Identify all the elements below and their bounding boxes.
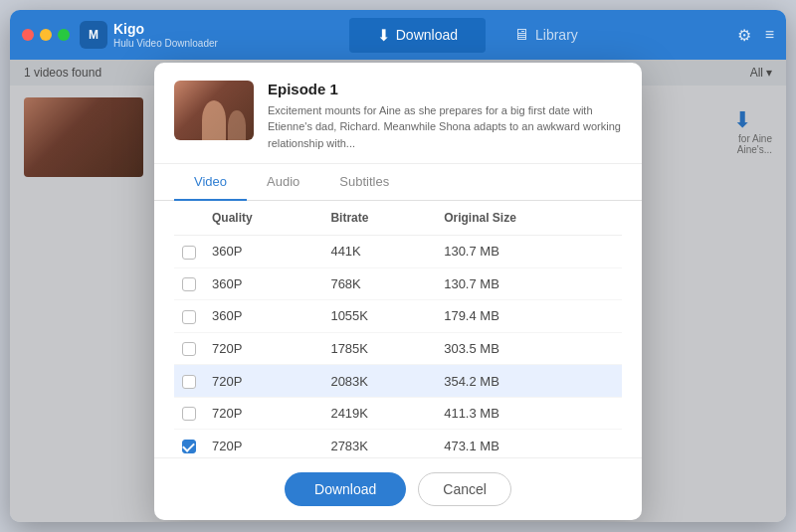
thumb-figure-2: [228, 110, 246, 140]
tab-library[interactable]: 🖥 Library: [486, 18, 606, 53]
table-row: 720P2783K473.1 MB: [174, 430, 622, 457]
col-size-header: Original Size: [436, 201, 622, 236]
title-bar: M Kigo Hulu Video Downloader ⬇ Download …: [10, 10, 786, 60]
size-cell: 130.7 MB: [436, 267, 622, 300]
quality-cell: 720P: [204, 397, 322, 430]
episode-thumbnail: [174, 81, 254, 140]
tab-download[interactable]: ⬇ Download: [349, 18, 486, 53]
episode-description: Excitement mounts for Aine as she prepar…: [268, 102, 622, 152]
format-tabs: Video Audio Subtitles: [154, 164, 642, 201]
size-cell: 354.2 MB: [436, 365, 622, 398]
app-window: M Kigo Hulu Video Downloader ⬇ Download …: [10, 10, 786, 522]
quality-table-wrapper: Quality Bitrate Original Size 360P441K13…: [154, 201, 642, 457]
library-tab-label: Library: [535, 27, 578, 43]
size-cell: 473.1 MB: [436, 430, 622, 457]
row-checkbox-0[interactable]: [182, 246, 196, 260]
download-button[interactable]: Download: [285, 472, 406, 506]
cancel-button[interactable]: Cancel: [418, 472, 511, 506]
modal-overlay: Episode 1 Excitement mounts for Aine as …: [10, 60, 786, 522]
main-content: 1 videos found All ▾ ⬇ for Aine Aine's..…: [10, 60, 786, 522]
maximize-window-button[interactable]: [58, 29, 70, 41]
settings-icon[interactable]: ⚙: [737, 26, 751, 45]
row-checkbox-2[interactable]: [182, 310, 196, 324]
bitrate-cell: 441K: [322, 236, 436, 268]
bitrate-cell: 1055K: [322, 300, 436, 333]
nav-tabs: ⬇ Download 🖥 Library: [349, 18, 606, 53]
bitrate-cell: 2083K: [322, 365, 436, 398]
quality-cell: 720P: [204, 365, 322, 398]
window-controls: [22, 29, 70, 41]
episode-info: Episode 1 Excitement mounts for Aine as …: [268, 81, 622, 152]
quality-cell: 360P: [204, 236, 322, 268]
minimize-window-button[interactable]: [40, 29, 52, 41]
quality-cell: 720P: [204, 332, 322, 365]
tab-audio[interactable]: Audio: [247, 164, 319, 201]
row-checkbox-1[interactable]: [182, 277, 196, 291]
download-tab-label: Download: [396, 27, 458, 43]
bitrate-cell: 768K: [322, 267, 436, 300]
bitrate-cell: 1785K: [322, 332, 436, 365]
table-row: 720P2419K411.3 MB: [174, 397, 622, 430]
bitrate-cell: 2783K: [322, 430, 436, 457]
bitrate-cell: 2419K: [322, 397, 436, 430]
thumb-figure-1: [202, 100, 226, 140]
close-window-button[interactable]: [22, 29, 34, 41]
size-cell: 179.4 MB: [436, 300, 622, 333]
quality-cell: 360P: [204, 267, 322, 300]
modal-header: Episode 1 Excitement mounts for Aine as …: [154, 63, 642, 165]
app-name-block: Kigo Hulu Video Downloader: [113, 21, 218, 49]
size-cell: 411.3 MB: [436, 397, 622, 430]
table-row: 360P441K130.7 MB: [174, 236, 622, 268]
col-quality-header: Quality: [204, 201, 322, 236]
tab-video-label: Video: [194, 174, 227, 189]
modal-dialog: Episode 1 Excitement mounts for Aine as …: [154, 63, 642, 520]
logo-icon: M: [80, 21, 107, 49]
col-checkbox: [174, 201, 204, 236]
menu-icon[interactable]: ≡: [765, 26, 774, 44]
tab-subtitles[interactable]: Subtitles: [319, 164, 409, 201]
table-row: 360P1055K179.4 MB: [174, 300, 622, 333]
size-cell: 303.5 MB: [436, 332, 622, 365]
size-cell: 130.7 MB: [436, 236, 622, 268]
row-checkbox-3[interactable]: [182, 342, 196, 356]
table-row: 720P1785K303.5 MB: [174, 332, 622, 365]
app-subtitle: Hulu Video Downloader: [113, 38, 218, 49]
app-logo: M Kigo Hulu Video Downloader: [80, 21, 218, 49]
episode-title: Episode 1: [268, 81, 622, 97]
tab-video[interactable]: Video: [174, 164, 247, 201]
quality-cell: 360P: [204, 300, 322, 333]
table-row: 360P768K130.7 MB: [174, 267, 622, 300]
row-checkbox-4[interactable]: [182, 375, 196, 389]
title-bar-right: ⚙ ≡: [737, 26, 774, 45]
modal-footer: Download Cancel: [154, 457, 642, 520]
download-tab-icon: ⬇: [377, 26, 390, 45]
tab-audio-label: Audio: [267, 174, 299, 189]
table-row: 720P2083K354.2 MB: [174, 365, 622, 398]
table-header-row: Quality Bitrate Original Size: [174, 201, 622, 236]
row-checkbox-5[interactable]: [182, 407, 196, 421]
tab-subtitles-label: Subtitles: [339, 174, 389, 189]
col-bitrate-header: Bitrate: [322, 201, 436, 236]
row-checkbox-6[interactable]: [182, 440, 196, 453]
quality-table: Quality Bitrate Original Size 360P441K13…: [174, 201, 622, 457]
quality-cell: 720P: [204, 430, 322, 457]
library-tab-icon: 🖥: [513, 26, 529, 44]
app-name: Kigo: [113, 21, 218, 38]
